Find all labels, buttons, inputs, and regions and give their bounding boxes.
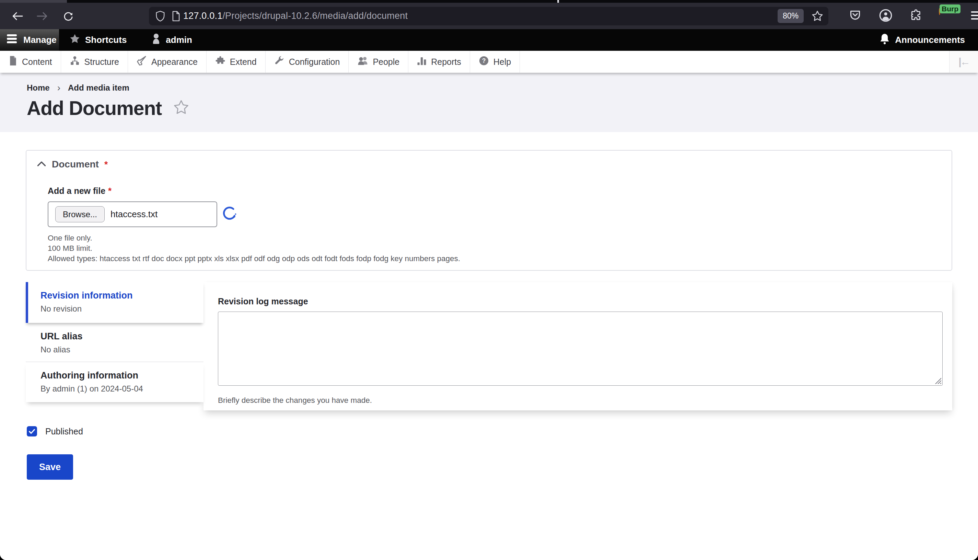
menu-hamburger-icon[interactable]	[970, 10, 978, 22]
upload-spinner-icon	[223, 206, 238, 221]
chevron-up-icon	[37, 160, 46, 168]
revision-log-textarea[interactable]	[218, 312, 943, 386]
menu-item-reports[interactable]: Reports	[408, 51, 470, 73]
reload-button[interactable]	[60, 8, 76, 24]
sitemap-icon	[70, 56, 80, 68]
file-icon	[8, 56, 18, 68]
bell-icon	[879, 33, 890, 47]
bar-chart-icon	[417, 56, 427, 68]
url-path: /Projects/drupal-10.2.6/media/add/docume…	[222, 11, 408, 21]
tab-revision-information[interactable]: Revision information No revision	[26, 282, 203, 323]
firefox-account-avatar[interactable]: Burp	[939, 8, 954, 24]
breadcrumb-home-link[interactable]: Home	[27, 83, 50, 93]
tab-authoring-information[interactable]: Authoring information By admin (1) on 20…	[26, 362, 203, 402]
manage-tab[interactable]: Manage	[0, 29, 59, 51]
menu-item-configuration[interactable]: Configuration	[266, 51, 349, 73]
revision-information-pane: Revision log message Briefly describe th…	[203, 282, 952, 410]
tab-url-alias[interactable]: URL alias No alias	[26, 323, 203, 362]
announcements-tab[interactable]: Announcements	[871, 29, 973, 51]
fieldset-legend-label: Document	[52, 159, 99, 170]
avatar-badge: Burp	[940, 5, 960, 13]
required-marker: *	[108, 186, 112, 196]
breadcrumb-separator: ›	[57, 84, 60, 91]
tab-strip	[0, 0, 978, 3]
people-icon	[357, 56, 368, 68]
bookmark-star-icon[interactable]	[811, 10, 823, 22]
help-line: One file only.	[48, 233, 460, 243]
revision-log-label: Revision log message	[218, 297, 308, 307]
shield-icon[interactable]	[155, 10, 165, 22]
menu-item-structure[interactable]: Structure	[61, 51, 128, 73]
published-label: Published	[45, 427, 83, 437]
published-field: Published	[27, 426, 83, 437]
required-marker: *	[104, 159, 108, 170]
brush-icon	[137, 56, 147, 68]
extensions-icon[interactable]	[910, 9, 922, 23]
tab-strip-segment	[0, 0, 67, 3]
tab-summary: No alias	[40, 345, 197, 355]
toolbar-right-icons: Burp	[848, 8, 978, 24]
url-text[interactable]: 127.0.0.1/Projects/drupal-10.2.6/media/a…	[183, 11, 778, 21]
back-button[interactable]	[10, 8, 25, 24]
breadcrumb: Home › Add media item	[27, 83, 978, 93]
menu-item-label: Configuration	[289, 57, 340, 67]
tab-separator	[557, 0, 559, 3]
page-title: Add Document	[27, 97, 162, 119]
account-icon[interactable]	[878, 8, 893, 24]
url-bar[interactable]: 127.0.0.1/Projects/drupal-10.2.6/media/a…	[149, 7, 828, 25]
screen: 127.0.0.1/Projects/drupal-10.2.6/media/a…	[0, 0, 978, 560]
shortcuts-tab[interactable]: Shortcuts	[62, 29, 134, 51]
tab-label: Revision information	[40, 290, 197, 301]
manage-label: Manage	[23, 35, 57, 45]
question-icon: ?	[479, 56, 489, 68]
tab-label: URL alias	[40, 331, 197, 342]
zoom-level-badge[interactable]: 80%	[778, 9, 804, 23]
menu-item-content[interactable]: Content	[0, 51, 61, 73]
page-info-icon[interactable]	[172, 11, 180, 22]
admin-user-tab[interactable]: admin	[144, 29, 200, 51]
forward-icon	[37, 11, 48, 21]
announcements-label: Announcements	[895, 35, 965, 45]
browser-window: 127.0.0.1/Projects/drupal-10.2.6/media/a…	[0, 0, 978, 560]
save-button[interactable]: Save	[27, 454, 73, 480]
menu-item-label: Extend	[230, 57, 257, 67]
wrench-icon	[274, 56, 285, 68]
revision-log-description: Briefly describe the changes you have ma…	[218, 396, 372, 405]
file-help-text: One file only. 100 MB limit. Allowed typ…	[48, 233, 460, 264]
forward-button[interactable]	[34, 8, 50, 24]
shortcuts-star-icon	[69, 33, 80, 47]
drupal-admin-toolbar: Manage Shortcuts admin Announcements	[0, 29, 978, 51]
menu-item-appearance[interactable]: Appearance	[128, 51, 207, 73]
help-line: Allowed types: htaccess txt rtf doc docx…	[48, 253, 460, 264]
tab-label: Authoring information	[40, 370, 197, 381]
tab-summary: By admin (1) on 2024-05-04	[40, 384, 197, 393]
fieldset-legend[interactable]: Document *	[37, 159, 108, 170]
menu-item-label: Structure	[85, 57, 119, 67]
menu-item-label: Help	[493, 57, 511, 67]
browse-button[interactable]: Browse...	[55, 206, 105, 222]
menu-item-label: People	[373, 57, 400, 67]
page-header: Home › Add media item Add Document	[0, 73, 978, 132]
vertical-tabs: Revision log message Briefly describe th…	[26, 282, 952, 410]
file-upload-input[interactable]: Browse... htaccess.txt	[48, 202, 217, 227]
title-star-icon[interactable]	[173, 99, 190, 117]
manage-hamburger-icon	[6, 33, 18, 47]
main-content: Document * Add a new file * Browse... ht…	[0, 132, 978, 560]
browser-toolbar: 127.0.0.1/Projects/drupal-10.2.6/media/a…	[0, 3, 978, 29]
published-checkbox[interactable]	[27, 426, 37, 437]
user-icon	[151, 33, 161, 47]
document-fieldset: Document * Add a new file * Browse... ht…	[26, 150, 952, 271]
menu-item-people[interactable]: People	[349, 51, 408, 73]
shortcuts-label: Shortcuts	[85, 35, 127, 45]
menu-item-help[interactable]: ? Help	[470, 51, 520, 73]
tab-summary: No revision	[40, 304, 197, 313]
reload-icon	[63, 11, 74, 22]
breadcrumb-current: Add media item	[68, 83, 129, 93]
orientation-toggle-icon: |←	[958, 56, 969, 68]
menu-item-label: Appearance	[151, 57, 198, 67]
pocket-icon[interactable]	[848, 8, 862, 24]
puzzle-icon	[215, 56, 225, 68]
toolbar-orientation-toggle[interactable]: |←	[949, 51, 978, 73]
menu-item-extend[interactable]: Extend	[207, 51, 266, 73]
svg-text:?: ?	[482, 57, 486, 64]
